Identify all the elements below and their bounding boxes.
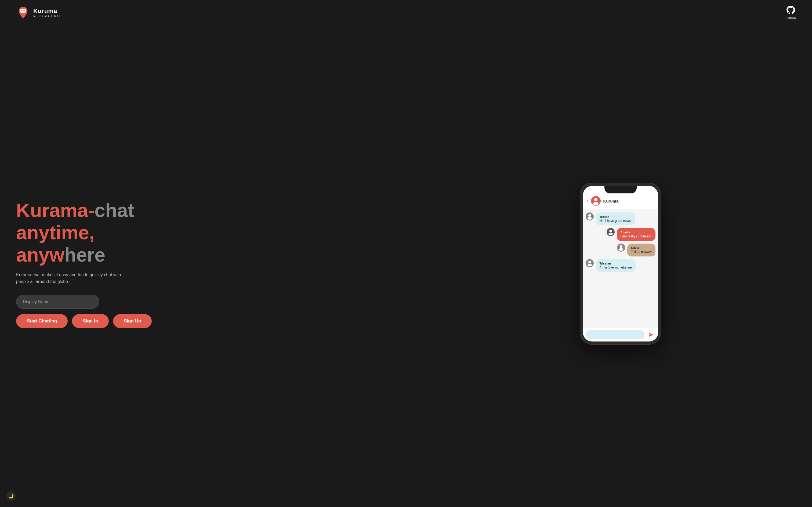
message-sender: Tristan	[600, 215, 631, 218]
svg-point-12	[608, 233, 613, 235]
message-bubble: Trisstan i'm in love with etienne	[586, 259, 655, 272]
avatar-amelia	[607, 228, 615, 236]
svg-point-1	[21, 10, 22, 11]
svg-point-5	[594, 198, 598, 201]
hero-title: Kurama-chat anytime, anywhere	[16, 199, 172, 266]
dark-mode-toggle[interactable]: 🌙	[6, 492, 15, 501]
message-sender: Amelia	[620, 231, 652, 234]
send-button[interactable]	[647, 331, 655, 339]
title-line2-red: anytime	[16, 222, 89, 243]
message-text: Tell us nowww	[631, 250, 652, 254]
message-content: Amelia I am really curiousss!!	[617, 228, 655, 241]
hero-subtitle: Kurama-chat makes it easy and fun to qui…	[16, 272, 134, 285]
svg-point-3	[24, 10, 25, 11]
title-line1-gray: chat	[95, 200, 134, 221]
message-bubble: Olivia Tell us nowww	[586, 243, 655, 257]
message-content: Tristan Hi ! I have great news.	[596, 213, 635, 225]
message-content: Olivia Tell us nowww	[627, 243, 655, 257]
start-chatting-button[interactable]: Start Chatting	[16, 314, 68, 328]
message-sender: Olivia	[631, 246, 652, 249]
github-icon	[786, 5, 796, 15]
logo-icon	[16, 6, 30, 19]
svg-point-9	[588, 217, 592, 220]
left-section: Kurama-chat anytime, anywhere Kurama-cha…	[16, 199, 172, 328]
svg-point-18	[588, 264, 592, 266]
display-name-input[interactable]	[16, 295, 99, 309]
avatar-trisstan	[586, 259, 594, 267]
svg-point-17	[588, 261, 591, 264]
send-icon	[649, 332, 654, 337]
svg-point-8	[588, 214, 591, 217]
svg-point-14	[620, 245, 622, 248]
phone-mockup: ‹ Kuruma	[580, 183, 661, 344]
github-label: Github	[786, 16, 796, 20]
title-line3-gray: here	[64, 244, 105, 266]
buttons-row: Start Chatting Sign In Sign Up	[16, 314, 172, 328]
title-line3-red: anyw	[16, 244, 64, 266]
message-content: Trisstan i'm in love with etienne	[596, 259, 636, 272]
chat-name: Kuruma	[603, 199, 619, 203]
chat-avatar	[591, 196, 601, 206]
sign-up-button[interactable]: Sign Up	[113, 314, 152, 328]
phone-notch	[604, 186, 637, 193]
svg-point-11	[609, 230, 612, 232]
avatar-tristan	[586, 213, 594, 221]
right-section: ‹ Kuruma	[445, 183, 796, 344]
message-text: i'm in love with etienne	[600, 266, 632, 269]
back-arrow-icon[interactable]: ‹	[587, 198, 588, 204]
svg-point-6	[593, 202, 599, 206]
input-area	[16, 295, 172, 309]
brand-name: Kuruma	[33, 7, 62, 14]
moon-icon: 🌙	[8, 494, 14, 499]
logo-text: Kuruma MESSAGERIE	[33, 7, 62, 17]
main-content: Kurama-chat anytime, anywhere Kurama-cha…	[0, 25, 812, 507]
message-bubble: Tristan Hi ! I have great news.	[586, 213, 655, 225]
github-link[interactable]: Github	[786, 5, 796, 20]
navbar: Kuruma MESSAGERIE Github	[0, 0, 812, 25]
svg-point-15	[619, 248, 623, 251]
svg-point-2	[22, 10, 23, 11]
phone-screen: ‹ Kuruma	[583, 186, 658, 341]
title-line1-red: Kurama-	[16, 200, 95, 221]
sign-in-button[interactable]: Sign In	[72, 314, 109, 328]
chat-input-bar	[583, 328, 658, 341]
message-text: Hi ! I have great news.	[600, 219, 631, 223]
avatar-olivia	[617, 243, 625, 251]
message-bubble: Amelia I am really curiousss!!	[586, 228, 655, 241]
messages-area: Tristan Hi ! I have great news. Amelia I…	[583, 209, 658, 328]
chat-input-field[interactable]	[586, 330, 645, 339]
message-sender: Trisstan	[600, 262, 632, 265]
logo-area[interactable]: Kuruma MESSAGERIE	[16, 6, 62, 19]
brand-sub: MESSAGERIE	[33, 14, 62, 17]
message-text: I am really curiousss!!	[620, 234, 652, 238]
